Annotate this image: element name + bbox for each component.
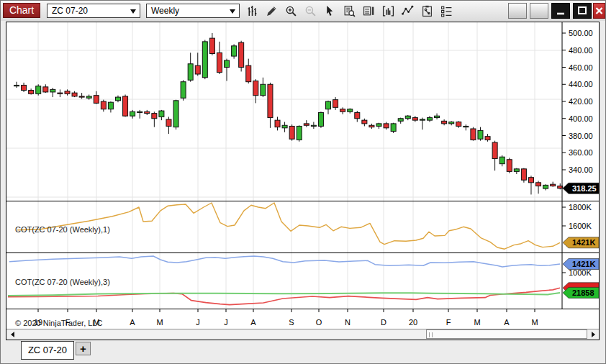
candle-body	[355, 112, 360, 118]
candle-body	[362, 120, 367, 124]
strategies-icon[interactable]	[399, 4, 416, 18]
candle-body	[65, 91, 70, 94]
x-axis-label: O	[316, 318, 322, 327]
x-axis-label: D	[381, 318, 386, 327]
candle-body	[152, 114, 157, 119]
scrollbar-grip	[429, 332, 433, 337]
candle-body	[36, 86, 41, 94]
scrollbar-thumb[interactable]	[426, 329, 587, 339]
instrument-select-value: ZC 07-20	[52, 6, 88, 16]
candle-body	[22, 85, 27, 90]
axis-tick-label: 1600K	[569, 222, 592, 230]
candle-body	[123, 96, 128, 116]
candle-body	[166, 119, 171, 127]
add-tab-button[interactable]: +	[76, 342, 91, 355]
chevron-down-icon	[130, 9, 136, 14]
candle-body	[333, 100, 338, 108]
indicators-icon[interactable]	[379, 4, 397, 18]
candle-body	[225, 60, 230, 68]
cot1-panel-label: COT(ZC 07-20 (Weekly),1)	[15, 225, 110, 234]
x-axis-label: F	[446, 318, 451, 327]
instrument-select[interactable]: ZC 07-20	[47, 4, 140, 18]
candle-body	[405, 116, 410, 119]
data-box-icon[interactable]	[340, 4, 358, 18]
candle-body	[485, 137, 490, 140]
candle-body	[239, 42, 244, 67]
zoom-out-icon[interactable]	[302, 4, 319, 18]
chart-area[interactable]: 500.00480.00460.00440.00420.00400.00380.…	[6, 22, 600, 340]
candle-body	[50, 89, 55, 92]
title-bar: Chart ZC 07-20 Weekly	[1, 1, 605, 21]
candle-body	[311, 125, 316, 126]
axis-tick-label: 1800K	[569, 203, 592, 211]
candle-body	[297, 126, 302, 140]
x-axis-label: F	[65, 318, 71, 327]
pointer-icon[interactable]	[321, 4, 338, 18]
scroll-left-button[interactable]	[6, 329, 18, 340]
candle-body	[246, 65, 251, 82]
candle-body	[209, 38, 214, 53]
objects-list-icon[interactable]	[438, 4, 455, 18]
axis-tick-label: 420.00	[569, 97, 593, 106]
candle-body	[456, 122, 461, 127]
candle-body	[94, 96, 99, 104]
candle-body	[412, 118, 417, 121]
axis-tick-label: 340.00	[569, 165, 593, 174]
candle-body	[420, 119, 425, 120]
candle-body	[261, 84, 266, 95]
maximize-button[interactable]	[573, 3, 592, 19]
minimize-button[interactable]	[551, 3, 570, 19]
candle-body	[195, 65, 200, 74]
axis-tick-label: 460.00	[569, 63, 593, 72]
candle-body	[232, 46, 237, 56]
candle-body	[507, 160, 512, 172]
candle-body	[514, 169, 519, 172]
candle-body	[492, 142, 497, 159]
axis-tick-label: 440.00	[569, 80, 593, 88]
close-button[interactable]	[593, 3, 605, 19]
candle-body	[304, 124, 309, 125]
titlebar-button-blank-1[interactable]	[508, 3, 527, 19]
chart-trader-icon[interactable]	[360, 4, 377, 18]
x-axis-labels: 19FMAMJJASOND20FMAM	[6, 318, 562, 328]
candle-body	[289, 126, 294, 139]
zoom-in-icon[interactable]	[282, 4, 299, 18]
x-axis-label: A	[504, 318, 509, 327]
candle-body	[376, 124, 381, 127]
x-axis-label: M	[93, 318, 99, 327]
tab-zc-07-20[interactable]: ZC 07-20	[21, 341, 74, 360]
candle-body	[137, 112, 143, 112]
candle-body	[543, 185, 548, 188]
candle-body	[101, 101, 106, 109]
candle-body	[449, 122, 454, 124]
x-axis-label: N	[345, 318, 351, 327]
candle-body	[463, 126, 469, 127]
horizontal-scrollbar[interactable]	[6, 329, 599, 340]
period-select[interactable]: Weekly	[146, 4, 240, 18]
drawing-tools-icon[interactable]	[263, 4, 280, 18]
chart-style-icon[interactable]	[243, 4, 261, 18]
candle-body	[72, 93, 77, 96]
candle-body	[86, 96, 91, 98]
titlebar-button-blank-2[interactable]	[530, 3, 548, 19]
candle-body	[115, 97, 120, 101]
properties-icon[interactable]	[418, 4, 435, 18]
candle-body	[427, 118, 432, 121]
axis-tick-label: 380.00	[569, 132, 593, 140]
candle-body	[521, 169, 526, 180]
x-axis-label: M	[474, 318, 480, 327]
candle-body	[282, 125, 287, 128]
x-axis-label: J	[224, 318, 228, 327]
candle-body	[58, 93, 63, 94]
candle-body	[340, 109, 345, 112]
candle-body	[108, 102, 113, 109]
candle-body	[275, 120, 280, 127]
x-axis-label: 19	[34, 318, 42, 327]
candle-body	[173, 101, 178, 127]
app-tab-chart[interactable]: Chart	[3, 3, 40, 18]
x-axis-label: A	[250, 318, 255, 327]
axis-tick-label: 500.00	[569, 29, 593, 37]
x-axis-label: M	[156, 318, 163, 327]
cot2-panel-label: COT(ZC 07-20 (Weekly),3)	[15, 278, 110, 286]
scroll-right-button[interactable]	[587, 329, 599, 340]
